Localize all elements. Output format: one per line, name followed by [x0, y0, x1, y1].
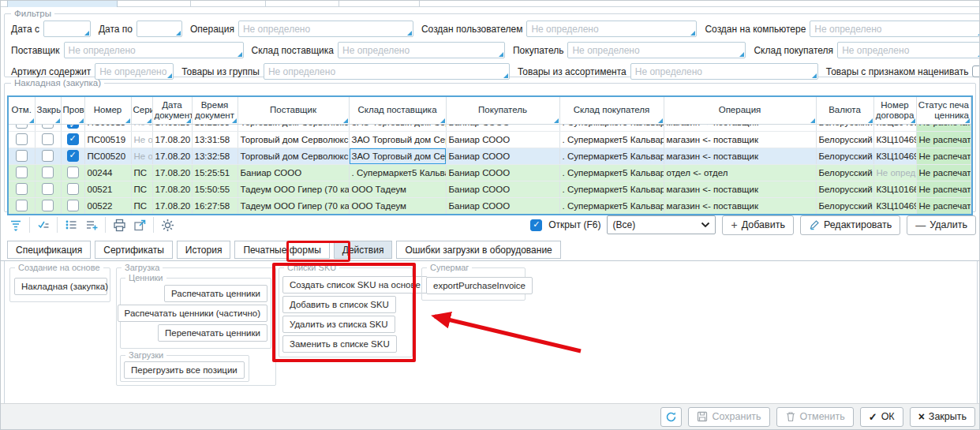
- verified-checkbox[interactable]: [67, 200, 79, 211]
- edit-button[interactable]: Редактировать: [800, 215, 900, 235]
- col-doc-time[interactable]: Время документ: [192, 97, 238, 124]
- col-closed[interactable]: Закры: [35, 97, 61, 124]
- invoice-table: Отм. Закры Прове Номер Сери Дата докумен…: [9, 97, 971, 215]
- buyer-input[interactable]: Не определено: [567, 42, 746, 58]
- col-doc-date[interactable]: Дата документ: [152, 97, 192, 124]
- assortment-input[interactable]: Не определено: [630, 63, 818, 80]
- delete-button[interactable]: —Удалить: [907, 215, 976, 235]
- verified-checkbox[interactable]: [67, 183, 79, 195]
- export-icon[interactable]: [129, 215, 150, 234]
- assortment-label: Товары из ассортимента: [518, 66, 627, 77]
- tab-specification[interactable]: Спецификация: [7, 241, 91, 259]
- filters-panel: Фильтры Дата с Дата по Операция Не опред…: [4, 9, 980, 77]
- article-input[interactable]: Не определено: [95, 63, 174, 80]
- closed-checkbox[interactable]: [42, 133, 54, 145]
- supplier-label: Поставщик: [11, 45, 60, 56]
- mark-checkbox[interactable]: [16, 200, 28, 211]
- scope-select[interactable]: (Все): [607, 215, 716, 234]
- goods-group-input[interactable]: Не определено: [264, 63, 510, 80]
- verified-checkbox[interactable]: [67, 133, 79, 145]
- tab-load-errors[interactable]: Ошибки загрузки в оборудование: [396, 241, 560, 259]
- print-pricetags-button[interactable]: Распечатать ценники: [164, 285, 267, 302]
- date-from-input[interactable]: [43, 21, 91, 37]
- refresh-button[interactable]: [660, 407, 682, 427]
- checked-list-icon[interactable]: [33, 215, 54, 234]
- create-sku-list-button[interactable]: Создать список SKU на основе: [282, 276, 428, 294]
- top-tab-active-segment[interactable]: [7, 1, 118, 7]
- created-user-input[interactable]: Не определено: [526, 21, 697, 37]
- cancel-button[interactable]: Отменить: [776, 407, 854, 427]
- chevron-down-icon: [701, 222, 710, 228]
- created-user-label: Создан пользователем: [421, 24, 523, 35]
- table-row[interactable]: 00521 ПС 17.08.20 15:50:55 Тадеум ООО Ги…: [9, 181, 971, 197]
- add-to-sku-list-button[interactable]: Добавить в список SKU: [282, 296, 396, 313]
- closed-checkbox[interactable]: [42, 166, 54, 178]
- col-operation[interactable]: Операция: [664, 97, 816, 124]
- print-pricetags-partial-button[interactable]: Распечатать ценники (частично): [118, 305, 267, 322]
- mark-checkbox[interactable]: [16, 166, 28, 178]
- open-filter-checkbox[interactable]: [530, 219, 542, 231]
- tab-certificates[interactable]: Сертификаты: [95, 241, 173, 259]
- settings-icon[interactable]: [157, 215, 178, 234]
- tab-actions[interactable]: Действия: [334, 241, 393, 259]
- check-icon: ✓: [869, 411, 877, 423]
- supplier-warehouse-input[interactable]: Не определено: [338, 42, 505, 58]
- save-button[interactable]: Сохранить: [688, 407, 769, 427]
- created-computer-label: Создан на компьютере: [705, 24, 806, 35]
- reprint-pricetags-button[interactable]: Перепечатать ценники: [158, 324, 267, 342]
- bottom-tabbar: Спецификация Сертификаты История Печатны…: [1, 239, 980, 261]
- table-row[interactable]: ПС00518 Не о 17.08.20 13:21:53 Торговый …: [9, 124, 971, 131]
- close-button[interactable]: ×Закрыть: [910, 407, 975, 427]
- table-row[interactable]: ПС00519 Не о 17.08.20 13:31:58 Торговый …: [9, 131, 971, 148]
- add-button[interactable]: +Добавить: [722, 215, 793, 235]
- replace-in-sku-list-button[interactable]: Заменить в списке SKU: [282, 335, 397, 353]
- verified-checkbox[interactable]: [67, 150, 79, 162]
- create-invoice-purchase-button[interactable]: Накладная (закупка): [14, 278, 107, 295]
- closed-checkbox[interactable]: [42, 150, 54, 162]
- table-row[interactable]: 00244 ПС 17.08.20 15:25:51 Баниар СООО .…: [9, 164, 971, 181]
- buyer-warehouse-input[interactable]: Не определено: [837, 42, 980, 58]
- col-number[interactable]: Номер: [84, 97, 131, 124]
- table-row[interactable]: 00522 ПС 17.08.20 16:27:58 Тадеум ООО Ги…: [9, 197, 971, 214]
- col-marked[interactable]: Отм.: [9, 97, 35, 124]
- mark-checkbox[interactable]: [16, 183, 28, 195]
- mark-checkbox[interactable]: [16, 124, 28, 129]
- filter-icon[interactable]: [6, 215, 26, 234]
- verified-checkbox[interactable]: [67, 166, 79, 178]
- col-contract[interactable]: Номер договора: [873, 97, 916, 124]
- reload-all-positions-button[interactable]: Перегрузить все позиции: [124, 361, 245, 379]
- ok-button[interactable]: ✓ОК: [860, 407, 903, 427]
- created-computer-input[interactable]: Не определено: [810, 21, 980, 37]
- remove-from-sku-list-button[interactable]: Удалить из списка SKU: [282, 316, 395, 333]
- col-series[interactable]: Сери: [131, 97, 152, 124]
- operation-input[interactable]: Не определено: [238, 21, 413, 37]
- print-icon[interactable]: [109, 215, 129, 234]
- numbered-list-icon[interactable]: [61, 215, 81, 234]
- tab-history[interactable]: История: [177, 241, 231, 259]
- focused-cell[interactable]: ЗАО Торговый дом Серво: [349, 148, 446, 164]
- refresh-icon: [665, 411, 677, 423]
- col-buyer[interactable]: Покупатель: [446, 97, 559, 124]
- table-row-selected[interactable]: ПС00520 Не о 17.08.20 13:32:58 Торговый …: [9, 148, 971, 164]
- export-purchase-invoice-button[interactable]: exportPurchaseInvoice: [426, 277, 533, 294]
- pencil-icon: [809, 219, 820, 230]
- add-to-list-icon[interactable]: [81, 215, 102, 234]
- mark-checkbox[interactable]: [16, 150, 28, 162]
- mark-checkbox[interactable]: [16, 133, 28, 145]
- closed-checkbox[interactable]: [42, 183, 54, 195]
- save-icon: [697, 411, 708, 422]
- col-buyer-warehouse[interactable]: Склад покупателя: [559, 97, 664, 124]
- supplier-input[interactable]: Не определено: [64, 42, 244, 58]
- markup-flag-checkbox[interactable]: [972, 65, 980, 77]
- date-to-input[interactable]: [137, 21, 182, 37]
- col-supplier[interactable]: Поставщик: [238, 97, 349, 124]
- verified-checkbox[interactable]: [67, 124, 79, 129]
- invoice-panel: Накладная (закупка) Отм. Закры Прове Ном…: [4, 78, 976, 212]
- tab-print-forms[interactable]: Печатные формы: [234, 241, 329, 259]
- col-currency[interactable]: Валюта: [816, 97, 873, 124]
- col-supplier-warehouse[interactable]: Склад поставщика: [349, 97, 446, 124]
- col-print-status[interactable]: Статус печа ценника: [916, 97, 971, 124]
- col-verified[interactable]: Прове: [61, 97, 84, 124]
- closed-checkbox[interactable]: [42, 200, 54, 211]
- closed-checkbox[interactable]: [42, 124, 54, 129]
